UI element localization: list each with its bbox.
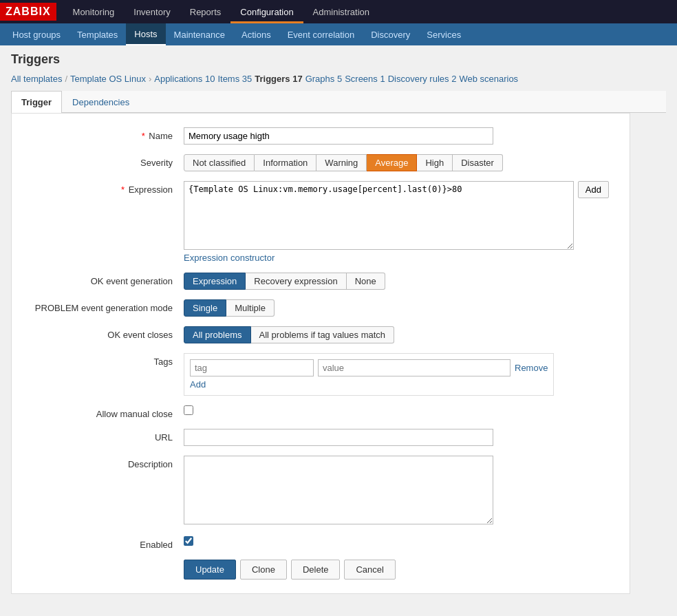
- form-tabs: Trigger Dependencies: [11, 91, 666, 113]
- subnav-services[interactable]: Services: [418, 23, 469, 45]
- problem-mode-group: Single Multiple: [184, 299, 609, 317]
- expression-wrap: {Template OS Linux:vm.memory.usage[perce…: [184, 181, 609, 250]
- breadcrumb-triggers[interactable]: Triggers 17: [255, 74, 302, 84]
- name-field: [184, 127, 609, 145]
- enabled-checkbox[interactable]: [184, 536, 193, 546]
- expression-row: * Expression {Template OS Linux:vm.memor…: [32, 181, 609, 263]
- ok-event-expression[interactable]: Expression: [184, 273, 246, 290]
- tags-container: Remove Add: [184, 353, 554, 396]
- breadcrumb-sep2: ›: [149, 74, 151, 84]
- breadcrumb-applications[interactable]: Applications 10: [154, 74, 215, 84]
- clone-button[interactable]: Clone: [240, 560, 287, 580]
- severity-information[interactable]: Information: [255, 154, 316, 171]
- ok-event-group: Expression Recovery expression None: [184, 273, 609, 290]
- ok-closes-group: All problems All problems if tag values …: [184, 326, 609, 343]
- add-tag-container: Add: [190, 376, 548, 390]
- problem-mode-row: PROBLEM event generation mode Single Mul…: [32, 299, 609, 317]
- ok-event-label: OK event generation: [32, 273, 184, 286]
- description-label: Description: [32, 456, 184, 469]
- tab-trigger[interactable]: Trigger: [11, 91, 62, 113]
- nav-administration[interactable]: Administration: [303, 0, 379, 23]
- add-tag-link[interactable]: Add: [190, 379, 206, 390]
- expression-textarea[interactable]: {Template OS Linux:vm.memory.usage[perce…: [184, 181, 574, 250]
- breadcrumb-web-scenarios[interactable]: Web scenarios: [459, 74, 518, 84]
- expression-label: * Expression: [32, 181, 184, 195]
- allow-manual-checkbox[interactable]: [184, 405, 193, 415]
- enabled-row: Enabled: [32, 536, 609, 550]
- ok-event-recovery[interactable]: Recovery expression: [246, 273, 346, 290]
- cancel-button[interactable]: Cancel: [344, 560, 395, 580]
- severity-label: Severity: [32, 154, 184, 168]
- subnav-host-groups[interactable]: Host groups: [4, 23, 69, 45]
- ok-event-none[interactable]: None: [347, 273, 385, 290]
- tab-dependencies[interactable]: Dependencies: [62, 91, 140, 113]
- problem-mode-label: PROBLEM event generation mode: [32, 299, 184, 313]
- allow-manual-field: [184, 405, 609, 417]
- problem-mode-multiple[interactable]: Multiple: [226, 299, 275, 317]
- subnav-maintenance[interactable]: Maintenance: [166, 23, 233, 45]
- breadcrumb-template[interactable]: Template OS Linux: [70, 74, 146, 84]
- severity-row: Severity Not classified Information Warn…: [32, 154, 609, 171]
- nav-reports[interactable]: Reports: [180, 0, 231, 23]
- tag-input[interactable]: [190, 359, 314, 376]
- subnav-actions[interactable]: Actions: [233, 23, 279, 45]
- tags-field: Remove Add: [184, 353, 609, 396]
- ok-closes-tag-match[interactable]: All problems if tag values match: [251, 326, 395, 343]
- severity-average[interactable]: Average: [367, 154, 417, 171]
- severity-disaster[interactable]: Disaster: [453, 154, 503, 171]
- severity-not-classified[interactable]: Not classified: [184, 154, 255, 171]
- url-label: URL: [32, 429, 184, 443]
- delete-button[interactable]: Delete: [291, 560, 341, 580]
- expression-add-button[interactable]: Add: [578, 181, 609, 198]
- update-button[interactable]: Update: [184, 560, 236, 580]
- name-label: * Name: [32, 127, 184, 141]
- breadcrumb-sep: /: [65, 74, 67, 84]
- subnav-discovery[interactable]: Discovery: [363, 23, 418, 45]
- severity-high[interactable]: High: [417, 154, 453, 171]
- enabled-label: Enabled: [32, 536, 184, 550]
- breadcrumb-graphs[interactable]: Graphs 5: [305, 74, 342, 84]
- description-field: [184, 456, 609, 527]
- problem-mode-field: Single Multiple: [184, 299, 609, 317]
- breadcrumb-all-templates[interactable]: All templates: [11, 74, 62, 84]
- url-field: [184, 429, 609, 446]
- ok-closes-all[interactable]: All problems: [184, 326, 251, 343]
- breadcrumb-screens[interactable]: Screens 1: [345, 74, 385, 84]
- severity-field: Not classified Information Warning Avera…: [184, 154, 609, 171]
- ok-closes-row: OK event closes All problems All problem…: [32, 326, 609, 343]
- severity-group: Not classified Information Warning Avera…: [184, 154, 609, 171]
- name-input[interactable]: [184, 127, 493, 145]
- breadcrumb: All templates / Template OS Linux › Appl…: [11, 74, 666, 84]
- required-star: *: [142, 131, 145, 141]
- expression-field: {Template OS Linux:vm.memory.usage[perce…: [184, 181, 609, 263]
- description-row: Description: [32, 456, 609, 527]
- expression-constructor-link[interactable]: Expression constructor: [184, 253, 609, 263]
- tags-row: Tags Remove Add: [32, 353, 609, 396]
- url-input[interactable]: [184, 429, 493, 446]
- value-input[interactable]: [318, 359, 511, 376]
- ok-closes-label: OK event closes: [32, 326, 184, 340]
- nav-inventory[interactable]: Inventory: [124, 0, 180, 23]
- problem-mode-single[interactable]: Single: [184, 299, 226, 317]
- subnav-templates[interactable]: Templates: [69, 23, 126, 45]
- subnav-hosts[interactable]: Hosts: [126, 23, 165, 45]
- tags-label: Tags: [32, 353, 184, 367]
- url-row: URL: [32, 429, 609, 446]
- allow-manual-row: Allow manual close: [32, 405, 609, 419]
- form-container: * Name Severity Not classified Informati…: [11, 113, 630, 594]
- action-buttons: Update Clone Delete Cancel: [32, 560, 609, 580]
- breadcrumb-items[interactable]: Items 35: [217, 74, 252, 84]
- severity-warning[interactable]: Warning: [316, 154, 367, 171]
- nav-monitoring[interactable]: Monitoring: [63, 0, 125, 23]
- ok-closes-field: All problems All problems if tag values …: [184, 326, 609, 343]
- description-textarea[interactable]: [184, 456, 493, 524]
- page-title: Triggers: [11, 52, 666, 67]
- allow-manual-label: Allow manual close: [32, 405, 184, 419]
- subnav-event-correlation[interactable]: Event correlation: [279, 23, 363, 45]
- tag-entry-row: Remove: [190, 359, 548, 376]
- ok-event-field: Expression Recovery expression None: [184, 273, 609, 290]
- enabled-field: [184, 536, 609, 548]
- remove-tag-link[interactable]: Remove: [515, 363, 548, 373]
- breadcrumb-discovery-rules[interactable]: Discovery rules 2: [388, 74, 457, 84]
- nav-configuration[interactable]: Configuration: [230, 0, 303, 23]
